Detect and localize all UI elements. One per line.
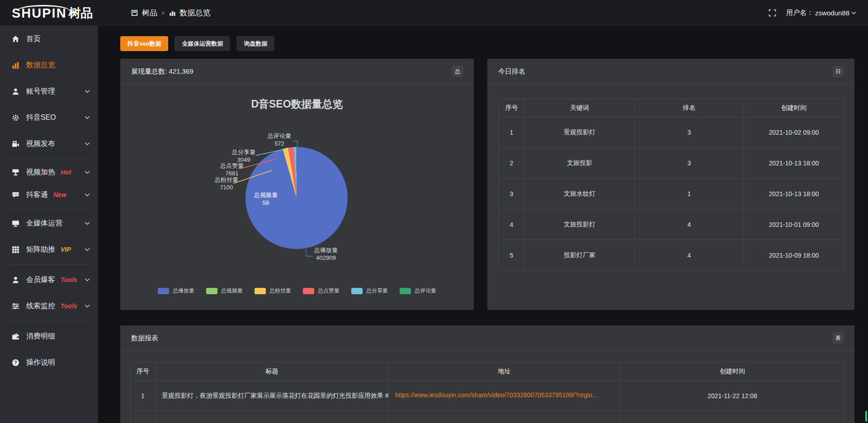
pie-label-plays: 总播放量402909 <box>306 246 346 262</box>
chevron-down-icon <box>851 11 856 14</box>
sidebar-item-douketong[interactable]: 抖客通 New <box>0 183 98 206</box>
user-icon <box>11 88 20 95</box>
screen-brush-icon <box>11 169 20 176</box>
col-rank: 排名 <box>635 99 744 117</box>
total-badge[interactable]: 总 <box>452 66 463 77</box>
legend-swatch <box>158 288 169 294</box>
grid-icon <box>11 246 20 254</box>
report-row-time: 2021-11-22 12:08 <box>620 381 845 411</box>
sidebar-item-video-publish[interactable]: 视频发布 <box>0 131 98 157</box>
table-row: 2文旅投影32021-10-13 18:00 <box>499 148 844 179</box>
sidebar: 首页 数据总览 账号管理 抖音SEO 视频发布 视频加热 Hot 抖客通 New… <box>0 26 98 423</box>
col-created: 创建时间 <box>620 362 845 381</box>
table-row: 1 景观投影灯，夜游景观投影灯厂家展示展示落花灯在花园里的灯光投影应用效果 # … <box>131 381 845 411</box>
overview-panel-header: 展现量总数: 421,369 总 <box>120 59 474 85</box>
topbar: SHUPIN 树品 树品 > 数据总览 用户名：zswodun88 <box>0 0 868 26</box>
col-created: 创建时间 <box>744 99 844 117</box>
hot-badge: Hot <box>61 169 71 176</box>
sidebar-item-account[interactable]: 账号管理 <box>0 78 98 104</box>
legend-item-shares[interactable]: 总分享量 <box>351 287 388 295</box>
sidebar-item-douyin-seo[interactable]: 抖音SEO <box>0 104 98 131</box>
table-row: 1景观投影灯32021-10-02 09:00 <box>499 117 844 148</box>
legend-swatch <box>255 288 266 294</box>
breadcrumb-current: 数据总览 <box>180 8 211 18</box>
tools-badge: Tools <box>61 302 77 310</box>
legend-item-plays[interactable]: 总播放量 <box>158 287 194 295</box>
legend-item-videos[interactable]: 总视频量 <box>206 287 243 295</box>
vip-badge: VIP <box>61 246 71 253</box>
scrollbar-thumb[interactable] <box>865 411 867 422</box>
video-camera-icon <box>11 140 20 148</box>
pie-chart-title: D音SEO数据量总览 <box>120 97 474 111</box>
pie-label-shares: 总分享量3049 <box>223 148 264 164</box>
sidebar-item-member-burst[interactable]: 会员爆客 Tools <box>0 267 98 293</box>
table-badge[interactable]: 表 <box>833 333 844 343</box>
table-row: 5投影灯厂家42021-10-09 18:00 <box>499 240 844 271</box>
chevron-down-icon <box>85 248 90 251</box>
fullscreen-icon[interactable] <box>769 9 776 17</box>
sidebar-item-video-heat[interactable]: 视频加热 Hot <box>0 161 98 183</box>
tab-douyin-seo-data[interactable]: 抖音seo数据 <box>120 36 168 51</box>
table-header-row: 序号 标题 地址 创建时间 <box>131 362 845 381</box>
pie-label-comments: 总评论量572 <box>259 132 300 147</box>
chevron-down-icon <box>85 193 90 197</box>
user-menu[interactable]: 用户名：zswodun88 <box>786 9 856 17</box>
report-table: 序号 标题 地址 创建时间 1 景观投影灯，夜游景观投影灯厂家展示展示落花灯在花… <box>130 362 845 423</box>
overview-panel: 展现量总数: 421,369 总 D音SEO数据量总览 总评论量572 总分享量… <box>120 59 474 310</box>
breadcrumb: 树品 > 数据总览 <box>131 0 211 26</box>
sidebar-item-omnimedia[interactable]: 全媒体运营 <box>0 210 98 236</box>
chevron-down-icon <box>85 304 90 308</box>
bar-chart-icon <box>169 9 176 16</box>
report-panel: 数据报表 表 序号 标题 地址 创建时间 1 景观投影灯，夜游景观投影灯厂家展示… <box>120 325 854 423</box>
chevron-down-icon <box>85 221 90 225</box>
chevron-down-icon <box>85 116 90 119</box>
legend-swatch <box>206 288 217 294</box>
legend-swatch <box>303 288 314 294</box>
sliders-icon <box>11 302 20 310</box>
legend-item-fans[interactable]: 总粉丝量 <box>255 287 291 295</box>
col-index: 序号 <box>499 99 525 117</box>
col-url: 地址 <box>389 362 620 381</box>
chevron-down-icon <box>85 278 90 282</box>
tab-inquiry-data[interactable]: 询盘数据 <box>236 36 274 51</box>
topbar-right: 用户名：zswodun88 <box>769 0 856 26</box>
sidebar-item-data-overview[interactable]: 数据总览 <box>0 52 98 78</box>
legend-swatch <box>400 288 411 294</box>
legend-item-likes[interactable]: 总点赞量 <box>303 287 340 295</box>
sidebar-item-consumption[interactable]: 消费明细 <box>0 323 98 349</box>
sidebar-divider <box>8 159 90 159</box>
tools-badge: Tools <box>61 276 77 283</box>
app-window-icon <box>131 9 138 16</box>
sidebar-item-help[interactable]: ? 操作说明 <box>0 349 98 376</box>
wallet-icon <box>11 333 20 340</box>
username-value: zswodun88 <box>815 9 849 17</box>
ranking-panel: 今日排名 日 序号 关键词 排名 创建时间 1景观投影灯32021-10-02 … <box>487 59 854 310</box>
breadcrumb-root[interactable]: 树品 <box>142 8 157 18</box>
col-title: 标题 <box>156 362 389 381</box>
sidebar-divider <box>8 208 90 208</box>
username-label: 用户名： <box>786 9 813 17</box>
report-panel-header: 数据报表 表 <box>120 325 854 351</box>
ranking-table: 序号 关键词 排名 创建时间 1景观投影灯32021-10-02 09:00 2… <box>498 99 844 271</box>
home-icon <box>11 35 20 43</box>
brand-logo: SHUPIN 树品 <box>12 4 93 22</box>
monitor-icon <box>11 220 20 227</box>
legend-item-comments[interactable]: 总评论量 <box>400 287 436 295</box>
new-badge: New <box>53 191 66 198</box>
chat-bubble-icon <box>11 191 20 199</box>
person-icon <box>11 276 20 284</box>
sidebar-item-home[interactable]: 首页 <box>0 26 98 52</box>
ranking-panel-header: 今日排名 日 <box>487 59 854 85</box>
tab-omnimedia-data[interactable]: 全媒体运营数据 <box>175 36 230 51</box>
sidebar-item-matrix-boost[interactable]: 矩阵助推 VIP <box>0 236 98 263</box>
brand-name-cn: 树品 <box>69 4 93 22</box>
breadcrumb-separator: > <box>161 9 165 16</box>
sidebar-divider <box>8 264 90 265</box>
report-row-link[interactable]: https://www.iesdouyin.com/share/video/70… <box>395 391 598 399</box>
chevron-down-icon <box>85 142 90 146</box>
report-title: 数据报表 <box>131 334 158 343</box>
gear-icon <box>11 114 20 122</box>
table-header-row: 序号 关键词 排名 创建时间 <box>499 99 844 117</box>
day-badge[interactable]: 日 <box>833 66 844 77</box>
sidebar-item-lead-monitor[interactable]: 线索监控 Tools <box>0 293 98 319</box>
